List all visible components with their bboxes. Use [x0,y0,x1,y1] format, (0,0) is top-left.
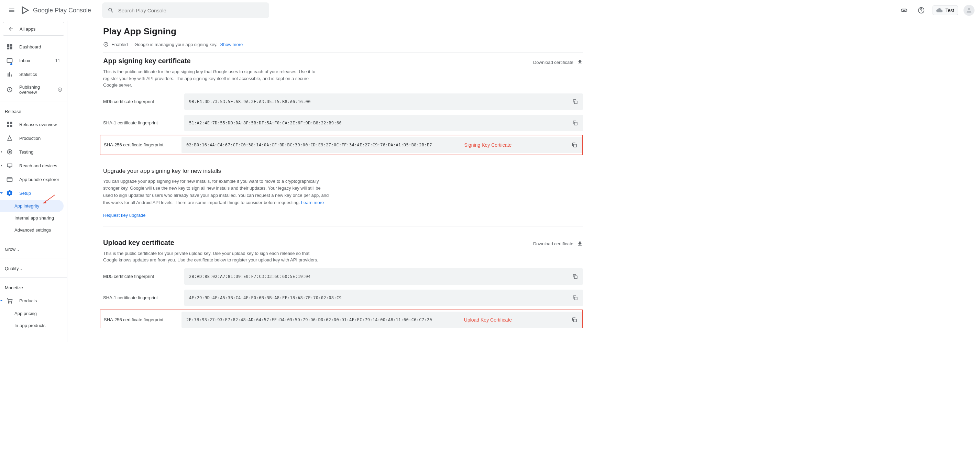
section-desc: This is the public certificate for your … [103,250,323,263]
cart-icon [6,297,13,304]
md5-row: MD5 certificate fingerprint 9B:E4:DD:73:… [103,94,583,110]
download-icon [577,241,583,247]
managed-publishing-icon [57,87,62,93]
sha1-row: SHA-1 certificate fingerprint 4E:29:9D:4… [103,290,583,306]
copy-icon [572,295,578,301]
link-icon [900,6,908,14]
arrow-left-icon [8,26,14,32]
nav-reach[interactable]: Reach and devices [0,159,67,173]
show-more-link[interactable]: Show more [220,42,243,47]
svg-rect-17 [574,101,577,103]
nav-testing[interactable]: Testing [0,145,67,159]
nav-advanced-settings[interactable]: Advanced settings [0,224,67,236]
releases-icon [6,121,13,128]
copy-icon [572,273,578,280]
nav-releases-overview[interactable]: Releases overview [0,117,67,131]
notification-dot [10,63,13,65]
app-signing-section: App signing key certificate This is the … [103,57,583,155]
testing-icon [6,148,13,155]
logo[interactable]: Google Play Console [21,5,91,15]
svg-point-15 [11,302,12,303]
md5-value: 2B:AD:88:02:A7:81:D9:E0:F7:C3:33:6C:60:5… [189,274,311,279]
cloud-icon [936,7,943,13]
section-quality[interactable]: Quality ⌄ [0,261,67,274]
inbox-count: 11 [55,58,60,63]
nav-products[interactable]: Products [0,294,67,308]
hamburger-icon [8,7,15,14]
main-menu-button[interactable] [5,4,18,16]
search-bar[interactable] [102,2,269,18]
copy-button[interactable] [572,98,578,105]
nav-publishing[interactable]: Publishing overview [0,81,67,98]
svg-rect-4 [7,59,13,62]
upload-annotation: Upload Key Certificate [464,317,512,323]
svg-rect-12 [7,178,13,182]
svg-rect-19 [574,144,576,147]
test-label: Test [945,8,954,13]
inbox-icon [6,57,13,64]
download-certificate-link[interactable]: Download certificate [533,57,583,65]
svg-rect-21 [574,297,577,300]
md5-label: MD5 certificate fingerprint [103,274,184,279]
upgrade-title: Upgrade your app signing key for new ins… [103,168,583,174]
upload-key-highlight: SHA-256 certificate fingerprint 2F:7B:93… [100,309,583,328]
signing-key-highlight: SHA-256 certificate fingerprint 02:B0:16… [100,135,583,155]
request-upgrade-link[interactable]: Request key upgrade [103,213,146,218]
svg-rect-18 [574,122,577,125]
copy-icon [572,98,578,105]
status-desc: Google is managing your app signing key. [134,42,217,47]
section-title: App signing key certificate [103,57,323,65]
link-button[interactable] [898,5,910,16]
section-release: Release [0,104,67,117]
svg-marker-11 [9,151,11,153]
nav-bundle-explorer[interactable]: App bundle explorer [0,173,67,186]
production-icon [6,135,13,141]
section-title: Upload key certificate [103,239,323,247]
md5-row: MD5 certificate fingerprint 2B:AD:88:02:… [103,268,583,285]
play-console-logo-icon [21,5,30,15]
nav-internal-sharing[interactable]: Internal app sharing [0,212,67,224]
download-certificate-link[interactable]: Download certificate [533,239,583,247]
person-icon [966,7,972,14]
user-avatar[interactable] [964,5,975,16]
sha256-row: SHA-256 certificate fingerprint 02:B0:16… [104,137,582,153]
status-enabled-label: Enabled [111,42,128,47]
nav-app-pricing[interactable]: App pricing [0,308,67,319]
nav-setup[interactable]: Setup [0,186,67,200]
copy-icon [571,142,578,148]
copy-button[interactable] [571,317,578,323]
copy-button[interactable] [572,295,578,301]
copy-button[interactable] [571,142,578,148]
gear-icon [6,190,13,197]
all-apps-button[interactable]: All apps [3,22,64,36]
section-grow[interactable]: Grow ⌄ [0,242,67,255]
nav-inbox[interactable]: Inbox 11 [0,54,67,67]
test-chip[interactable]: Test [932,5,958,15]
svg-point-3 [921,11,921,12]
svg-rect-7 [10,122,13,124]
upload-key-section: Upload key certificate This is the publi… [103,239,583,328]
logo-text: Google Play Console [33,7,91,14]
sha1-label: SHA-1 certificate fingerprint [103,295,184,300]
sha256-value: 02:B0:16:4A:C4:67:CF:C0:38:14:0A:CF:BD:B… [186,143,432,147]
copy-button[interactable] [572,120,578,126]
devices-icon [6,162,13,169]
dashboard-icon [6,43,13,50]
nav-app-integrity[interactable]: App integrity [0,200,64,212]
help-icon [918,6,925,14]
learn-more-link[interactable]: Learn more [301,200,324,205]
nav-in-app-products[interactable]: In-app products [0,319,67,331]
search-input[interactable] [118,8,264,13]
header-actions: Test [898,5,975,16]
copy-button[interactable] [572,273,578,280]
svg-point-14 [8,302,9,303]
sha1-value: 51:A2:4E:7D:55:DD:DA:8F:5B:DF:5A:F0:CA:2… [189,121,342,125]
copy-icon [571,317,578,323]
nav-statistics[interactable]: Statistics [0,67,67,81]
help-button[interactable] [915,5,927,16]
nav-dashboard[interactable]: Dashboard [0,40,67,54]
status-row: Enabled · Google is managing your app si… [103,41,583,53]
sidebar: All apps Dashboard Inbox 11 Statistics P… [0,21,67,342]
sha256-label: SHA-256 certificate fingerprint [104,142,181,147]
nav-production[interactable]: Production [0,131,67,145]
